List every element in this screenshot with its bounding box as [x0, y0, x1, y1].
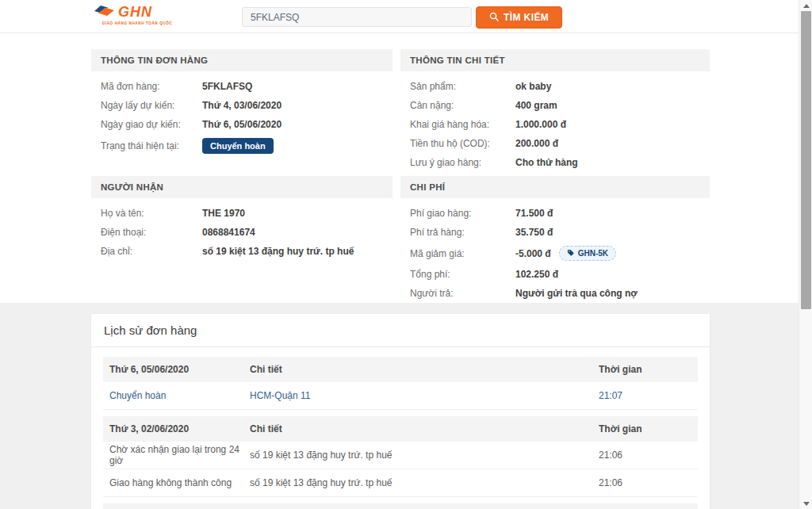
status-badge: Chuyển hoàn [202, 138, 274, 154]
row-label: Phí trả hàng: [410, 227, 515, 238]
time-header: Thời gian [599, 423, 698, 434]
page-scrollbar[interactable] [799, 0, 812, 509]
history-detail-link[interactable]: HCM-Quận 11 [250, 390, 599, 401]
history-table: Thứ 6, 05/06/2020 Chi tiết Thời gian Chu… [103, 357, 698, 509]
detail-header: Chi tiết [250, 364, 599, 375]
scroll-down-icon [803, 502, 810, 506]
section-title: NGƯỜI NHẬN [91, 176, 393, 198]
info-row: Sản phẩm: ok baby [400, 77, 710, 96]
row-label: Mã đơn hàng: [101, 81, 202, 92]
section-order-info: THÔNG TIN ĐƠN HÀNG Mã đơn hàng: 5FKLAFSQ… [91, 49, 393, 158]
row-label: Khai giá hàng hóa: [410, 119, 515, 130]
row-value: ok baby [515, 81, 551, 92]
coupon-tag-icon [567, 249, 574, 258]
row-value: 0868841674 [202, 227, 255, 238]
ghn-logo-text: GHN [118, 4, 152, 21]
info-row: Ngày lấy dự kiến: Thứ 4, 03/06/2020 [91, 96, 393, 115]
row-label: Tiền thu hộ (COD): [410, 138, 515, 149]
row-label: Ngày giao dự kiến: [101, 119, 202, 130]
info-row: Người trả: Người gửi trả qua công nợ [400, 284, 710, 303]
row-label: Điện thoại: [101, 227, 202, 238]
history-status: Giao hàng không thành công [103, 477, 250, 488]
info-row: Phí trả hàng: 35.750 đ [400, 223, 710, 242]
row-value: 400 gram [515, 100, 557, 111]
info-row: Họ và tên: THE 1970 [91, 204, 393, 223]
group-gap [103, 497, 698, 503]
section-detail-info: THÔNG TIN CHI TIẾT Sản phẩm: ok baby Cân… [400, 49, 710, 172]
info-row: Mã đơn hàng: 5FKLAFSQ [91, 77, 393, 96]
history-status: Chờ xác nhận giao lại trong 24 giờ [103, 444, 250, 466]
top-header: GHN GIAO HÀNG NHANH TOÀN QUỐC TÌM KIẾM [0, 0, 812, 33]
order-tracking-page: GHN GIAO HÀNG NHANH TOÀN QUỐC TÌM KIẾM T… [0, 0, 812, 509]
order-search-input[interactable] [242, 7, 472, 27]
table-group-header: Thứ 3, 02/06/2020 Chi tiết Thời gian [103, 416, 698, 442]
row-label: Họ và tên: [101, 208, 202, 219]
table-group-header: Thứ 6, 05/06/2020 Chi tiết Thời gian [103, 357, 698, 382]
history-row: Chờ xác nhận giao lại trong 24 giờ số 19… [103, 442, 698, 469]
section-cost: CHI PHÍ Phí giao hàng: 71.500 đ Phí trả … [400, 176, 710, 303]
row-value: Cho thử hàng [515, 157, 578, 168]
row-value: THE 1970 [202, 208, 245, 219]
section-title: THÔNG TIN CHI TIẾT [400, 49, 710, 71]
scroll-up-icon [803, 4, 810, 8]
group-gap [103, 410, 698, 416]
info-row: Mã giảm giá: -5.000 đ GHN-5K [400, 242, 710, 265]
section-receiver: NGƯỜI NHẬN Họ và tên: THE 1970 Điện thoạ… [91, 176, 393, 261]
info-row: Trạng thái hiện tại: Chuyển hoàn [91, 134, 393, 158]
info-row: Điện thoại: 0868841674 [91, 223, 393, 242]
ghn-logo-icon [94, 3, 116, 21]
row-value: -5.000 đ [515, 248, 551, 259]
scroll-up-button[interactable] [799, 0, 812, 11]
row-label: Người trả: [410, 288, 515, 299]
row-label: Lưu ý giao hàng: [410, 157, 515, 168]
coupon-code: GHN-5K [578, 249, 608, 258]
row-value: Người gửi trả qua công nợ [515, 288, 638, 299]
row-value: số 19 kiệt 13 đặng huy trứ. tp huế [202, 246, 354, 257]
row-label: Ngày lấy dự kiến: [101, 100, 202, 111]
history-status-link[interactable]: Chuyển hoàn [103, 390, 250, 401]
info-row: Cân nặng: 400 gram [400, 96, 710, 115]
section-title: CHI PHÍ [400, 176, 710, 198]
info-row: Tiền thu hộ (COD): 200.000 đ [400, 134, 710, 153]
row-value: Thứ 4, 03/06/2020 [202, 100, 282, 111]
info-row: Lưu ý giao hàng: Cho thử hàng [400, 153, 710, 172]
history-row: Giao hàng không thành công số 19 kiệt 13… [103, 469, 698, 497]
row-value: 5FKLAFSQ [202, 81, 252, 92]
row-value: 71.500 đ [515, 208, 553, 219]
time-header: Thời gian [599, 364, 698, 375]
row-label: Địa chỉ: [101, 246, 202, 257]
history-detail: số 19 kiệt 13 đặng huy trứ. tp huế [250, 450, 599, 461]
detail-header: Chi tiết [250, 423, 599, 434]
scroll-down-button[interactable] [799, 498, 812, 509]
group-date: Thứ 3, 02/06/2020 [103, 423, 250, 434]
row-label: Phí giao hàng: [410, 208, 515, 219]
order-history-card: Lịch sử đơn hàng Thứ 6, 05/06/2020 Chi t… [91, 314, 710, 509]
group-date: Thứ 6, 05/06/2020 [103, 364, 250, 375]
ghn-logo-tagline: GIAO HÀNG NHANH TOÀN QUỐC [94, 21, 181, 25]
search-icon [489, 12, 499, 24]
search-button[interactable]: TÌM KIẾM [476, 6, 562, 29]
row-value: 1.000.000 đ [515, 119, 566, 130]
ghn-logo[interactable]: GHN GIAO HÀNG NHANH TOÀN QUỐC [94, 3, 181, 30]
history-title: Lịch sử đơn hàng [91, 314, 710, 347]
history-time: 21:06 [599, 450, 698, 461]
info-row: Ngày giao dự kiến: Thứ 6, 05/06/2020 [91, 115, 393, 134]
row-label: Mã giảm giá: [410, 248, 515, 259]
row-label: Tổng phí: [410, 269, 515, 280]
section-title: THÔNG TIN ĐƠN HÀNG [91, 49, 393, 71]
row-value: 35.750 đ [515, 227, 553, 238]
search-button-label: TÌM KIẾM [504, 12, 549, 23]
row-label: Cân nặng: [410, 100, 515, 111]
info-row: Khai giá hàng hóa: 1.000.000 đ [400, 115, 710, 134]
history-row[interactable]: Chuyển hoàn HCM-Quận 11 21:07 [103, 382, 698, 410]
row-label: Trạng thái hiện tại: [101, 140, 202, 151]
row-value: Thứ 6, 05/06/2020 [202, 119, 282, 130]
row-value: 200.000 đ [515, 138, 558, 149]
row-value: 102.250 đ [515, 269, 558, 280]
info-row: Phí giao hàng: 71.500 đ [400, 204, 710, 223]
row-label: Sản phẩm: [410, 81, 515, 92]
history-detail: số 19 kiệt 13 đặng huy trứ. tp huế [250, 477, 599, 488]
coupon-badge: GHN-5K [559, 246, 616, 261]
scrollbar-thumb[interactable] [801, 11, 811, 309]
table-group-header-partial [103, 503, 698, 509]
